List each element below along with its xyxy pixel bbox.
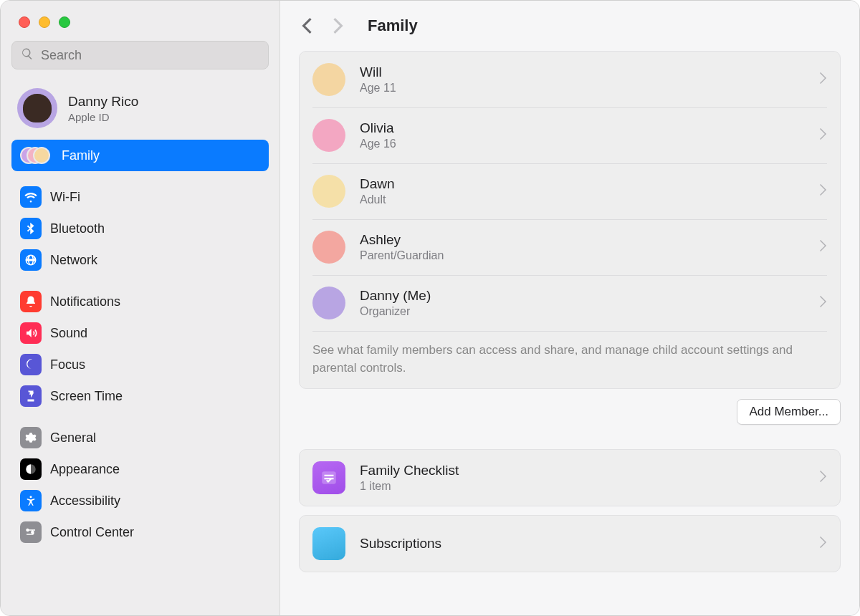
subscriptions-icon [312, 527, 345, 560]
header: Family [280, 1, 859, 47]
maximize-window-button[interactable] [59, 16, 70, 28]
avatar [312, 287, 345, 319]
sidebar-item-label: Accessibility [50, 494, 120, 509]
sidebar-item-accessibility[interactable]: Accessibility [11, 485, 269, 516]
sidebar: Danny Rico Apple ID Family Wi-Fi [1, 1, 280, 615]
sidebar-item-label: Network [50, 253, 97, 268]
family-checklist-row[interactable]: Family Checklist 1 item [300, 450, 840, 506]
sidebar-item-label: Sound [50, 326, 87, 341]
sound-icon [20, 322, 42, 344]
avatar [312, 175, 345, 208]
member-sub: Parent/Guardian [360, 249, 806, 262]
sidebar-item-label: Family [62, 148, 100, 163]
chevron-right-icon [820, 72, 827, 87]
account-name: Danny Rico [68, 94, 138, 110]
chevron-right-icon [820, 184, 827, 198]
search-field[interactable] [11, 41, 269, 69]
sidebar-item-family[interactable]: Family [11, 140, 269, 171]
controlcenter-icon [20, 521, 42, 543]
family-members-card: Will Age 11 Olivia Age 16 Da [299, 51, 841, 389]
chevron-right-icon [820, 471, 827, 485]
notifications-icon [20, 291, 42, 312]
member-row-will[interactable]: Will Age 11 [300, 52, 840, 107]
sidebar-item-sound[interactable]: Sound [11, 317, 269, 349]
forward-button[interactable] [330, 18, 346, 34]
apple-id-account-row[interactable]: Danny Rico Apple ID [11, 82, 269, 140]
sidebar-item-label: Appearance [50, 462, 120, 477]
sidebar-item-controlcenter[interactable]: Control Center [11, 516, 269, 548]
close-window-button[interactable] [19, 16, 30, 28]
avatar [312, 119, 345, 152]
member-name: Ashley [360, 232, 806, 248]
subscriptions-title: Subscriptions [360, 536, 806, 552]
member-name: Dawn [360, 176, 806, 192]
network-icon [20, 249, 42, 271]
accessibility-icon [20, 490, 42, 511]
wifi-icon [20, 186, 42, 208]
screentime-icon [20, 385, 42, 407]
member-row-dawn[interactable]: Dawn Adult [300, 163, 840, 219]
add-member-button[interactable]: Add Member... [737, 399, 841, 425]
checklist-title: Family Checklist [360, 463, 806, 478]
sidebar-item-network[interactable]: Network [11, 244, 269, 276]
member-name: Olivia [360, 120, 806, 136]
sidebar-item-appearance[interactable]: Appearance [11, 453, 269, 485]
member-row-olivia[interactable]: Olivia Age 16 [300, 107, 840, 163]
member-sub: Adult [360, 193, 806, 206]
member-name: Danny (Me) [360, 288, 806, 304]
sidebar-item-label: Control Center [50, 525, 134, 540]
chevron-right-icon [820, 296, 827, 310]
sidebar-item-label: Screen Time [50, 389, 123, 404]
checklist-icon [312, 461, 345, 494]
search-icon [21, 47, 41, 63]
sidebar-item-general[interactable]: General [11, 422, 269, 453]
search-input[interactable] [41, 48, 259, 63]
avatar [312, 63, 345, 96]
subscriptions-card: Subscriptions [299, 515, 841, 572]
sidebar-item-label: Notifications [50, 294, 120, 309]
sidebar-item-label: General [50, 430, 96, 446]
general-icon [20, 427, 42, 448]
window-controls [11, 1, 269, 41]
bluetooth-icon [20, 218, 42, 239]
sidebar-item-screentime[interactable]: Screen Time [11, 380, 269, 412]
main-panel: Family Will Age 11 Olivia Age 16 [280, 1, 859, 615]
sidebar-item-label: Wi-Fi [50, 190, 80, 205]
chevron-right-icon [820, 240, 827, 254]
sidebar-item-label: Bluetooth [50, 221, 105, 236]
member-sub: Age 11 [360, 82, 806, 95]
member-row-ashley[interactable]: Ashley Parent/Guardian [300, 219, 840, 275]
focus-icon [20, 354, 42, 375]
member-row-danny[interactable]: Danny (Me) Organizer [300, 275, 840, 331]
minimize-window-button[interactable] [39, 16, 50, 28]
member-sub: Organizer [360, 305, 806, 318]
subscriptions-row[interactable]: Subscriptions [300, 516, 840, 572]
page-title: Family [368, 16, 418, 35]
checklist-sub: 1 item [360, 480, 806, 493]
family-icon [20, 145, 53, 166]
avatar [312, 231, 345, 264]
account-sub: Apple ID [68, 111, 138, 123]
sidebar-item-wifi[interactable]: Wi-Fi [11, 181, 269, 213]
appearance-icon [20, 458, 42, 480]
chevron-right-icon [820, 128, 827, 143]
sidebar-item-focus[interactable]: Focus [11, 349, 269, 380]
account-avatar [17, 88, 57, 128]
sidebar-list: Family Wi-Fi Bluetooth Network [11, 140, 269, 548]
chevron-right-icon [820, 536, 827, 551]
back-button[interactable] [299, 18, 315, 34]
member-name: Will [360, 64, 806, 80]
sidebar-item-notifications[interactable]: Notifications [11, 286, 269, 317]
sidebar-item-label: Focus [50, 357, 85, 372]
sidebar-item-bluetooth[interactable]: Bluetooth [11, 213, 269, 244]
members-footer-note: See what family members can access and s… [312, 342, 827, 377]
member-sub: Age 16 [360, 138, 806, 150]
family-checklist-card: Family Checklist 1 item [299, 449, 841, 506]
settings-window: Danny Rico Apple ID Family Wi-Fi [0, 0, 860, 616]
